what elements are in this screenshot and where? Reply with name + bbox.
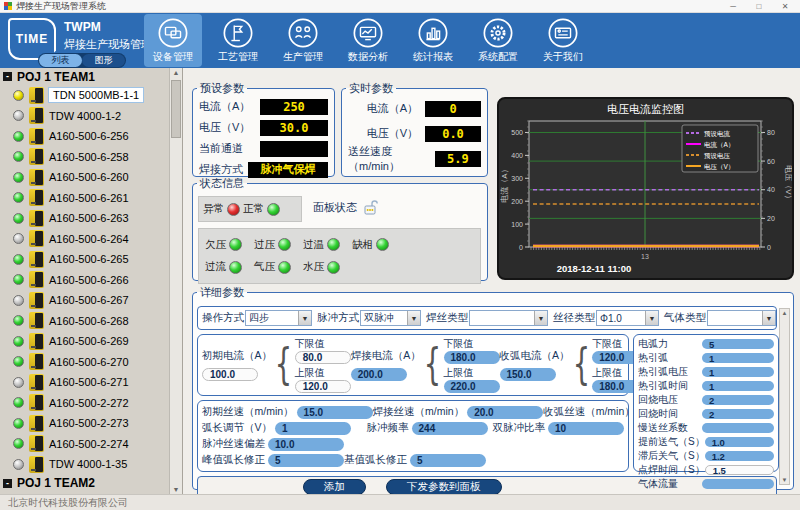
extra-param-field[interactable]: 1 [702, 367, 774, 378]
send-button[interactable]: 下发参数到面板 [386, 479, 502, 495]
tree-item-device[interactable]: A160-500-6-268 [0, 311, 169, 332]
view-list-button[interactable]: 列表 [39, 54, 82, 67]
preset-label: 电流（A） [199, 99, 250, 114]
speed-value-field[interactable]: 5 [410, 454, 486, 467]
extra-param-row: 滞后关气（S）1.2 [638, 449, 774, 463]
dropdown-select[interactable]: 四步▼ [245, 310, 312, 326]
extra-param-field[interactable]: 1.5 [705, 465, 774, 476]
nav-item-about[interactable]: 关于我们 [534, 14, 592, 67]
dropdown-select[interactable]: ▼ [469, 310, 548, 326]
tree-item-device[interactable]: A160-500-6-266 [0, 270, 169, 291]
dropdown-select[interactable]: 双脉冲▼ [360, 310, 421, 326]
lower-limit-field[interactable]: 80.0 [295, 351, 351, 364]
collapse-icon[interactable]: - [3, 479, 12, 488]
dropdown-select[interactable]: Φ1.0▼ [596, 310, 659, 326]
nav-item-analysis[interactable]: 数据分析 [339, 14, 397, 67]
extra-param-field[interactable] [702, 423, 774, 434]
extra-param-field[interactable]: 5 [702, 339, 774, 350]
extra-param-field[interactable]: 2 [702, 409, 774, 420]
nav-item-process[interactable]: 工艺管理 [209, 14, 267, 67]
nav-item-config[interactable]: 系统配置 [469, 14, 527, 67]
current-value-field[interactable]: 100.0 [202, 368, 258, 381]
current-value-field[interactable]: 200.0 [351, 368, 407, 381]
speed-value-field[interactable]: 244 [412, 422, 488, 435]
tree-item-device[interactable]: A160-500-6-267 [0, 290, 169, 311]
tree-item-device[interactable]: A160-500-6-256 [0, 126, 169, 147]
sidebar-scroll-thumb[interactable] [171, 80, 181, 138]
add-button[interactable]: 添加 [303, 479, 366, 495]
lower-limit-field[interactable]: 180.0 [444, 351, 500, 364]
upper-limit-field[interactable]: 220.0 [444, 380, 500, 393]
current-value-field[interactable]: 150.0 [500, 368, 556, 381]
speed-value-field[interactable]: 15.0 [297, 406, 373, 419]
status-led-item: 正常 [243, 202, 280, 216]
speed-value-field[interactable]: 1 [275, 422, 351, 435]
chevron-down-icon[interactable]: ▼ [407, 311, 420, 325]
brace-glyph: { [275, 346, 292, 384]
welder-icon [29, 292, 44, 309]
device-label: A160-500-6-265 [49, 253, 129, 265]
tree-item-device[interactable]: A160-500-2-273 [0, 413, 169, 434]
extra-param-row: 电弧力5 [638, 337, 774, 351]
tree-item-device[interactable]: A160-500-6-270 [0, 352, 169, 373]
extra-param-field[interactable] [702, 479, 774, 490]
tree-item-device[interactable]: A160-500-2-272 [0, 393, 169, 414]
tree-item-device[interactable]: A160-500-6-264 [0, 229, 169, 250]
realtime-panel: 实时参数 电流（A）0电压（V）0.0送丝速度（m/min）5.9 [341, 81, 488, 177]
device-status-led [13, 151, 24, 162]
scroll-up-icon[interactable]: ▲ [173, 69, 180, 76]
tree-item-device[interactable]: A160-500-6-265 [0, 249, 169, 270]
close-button[interactable]: ✕ [774, 2, 796, 11]
device-status-led [13, 336, 24, 347]
scroll-up-icon[interactable]: ▲ [782, 310, 788, 316]
tree-item-device[interactable]: TDN 5000MB-1-1 [0, 85, 169, 106]
current-settings-box: 初期电流（A）100.0{下限值80.0上限值120.0焊接电流（A）200.0… [197, 334, 629, 396]
nav-item-report[interactable]: 统计报表 [404, 14, 462, 67]
nav-item-equipment[interactable]: 设备管理 [144, 14, 202, 67]
extra-param-field[interactable]: 1.2 [705, 451, 774, 462]
tree-item-device[interactable]: A160-500-6-263 [0, 208, 169, 229]
extra-param-field[interactable]: 1.0 [705, 437, 774, 448]
minimize-button[interactable]: ─ [722, 2, 744, 11]
extra-param-field[interactable]: 2 [702, 395, 774, 406]
device-label: A160-500-6-270 [49, 356, 129, 368]
tree-item-device[interactable]: A160-500-6-261 [0, 188, 169, 209]
upper-limit-label: 上限值 [295, 366, 351, 380]
maximize-button[interactable]: □ [748, 2, 770, 11]
scroll-down-icon[interactable]: ▼ [173, 486, 180, 493]
tree-group-header[interactable]: -POJ 1 TEAM1 [0, 68, 169, 85]
extra-param-field[interactable]: 1 [702, 381, 774, 392]
chevron-down-icon[interactable]: ▼ [762, 311, 775, 325]
tree-item-device[interactable]: A160-500-6-269 [0, 331, 169, 352]
alarm-led [327, 238, 340, 251]
speed-value-field[interactable]: 10.0 [268, 438, 344, 451]
nav-item-production[interactable]: 生产管理 [274, 14, 332, 67]
left-axis-tick: 300 [511, 175, 523, 182]
welder-icon [29, 169, 44, 186]
dropdown-select[interactable]: ▼ [707, 310, 776, 326]
x-axis-tick-label: 13 [641, 253, 649, 260]
speed-value-field[interactable]: 20.0 [467, 406, 543, 419]
detail-scrollbar[interactable]: ▲▼ [779, 308, 790, 485]
extra-param-field[interactable]: 1 [702, 353, 774, 364]
scroll-down-icon[interactable]: ▼ [782, 477, 788, 483]
upper-limit-field[interactable]: 120.0 [295, 380, 351, 393]
chevron-down-icon[interactable]: ▼ [645, 311, 658, 325]
tree-item-device[interactable]: A160-500-6-260 [0, 167, 169, 188]
tree-item-device[interactable]: A160-500-6-271 [0, 372, 169, 393]
tree-group-header[interactable]: -POJ 1 TEAM2 [0, 475, 169, 492]
device-status-led [13, 172, 24, 183]
upper-limit-label: 上限值 [444, 366, 500, 380]
chevron-down-icon[interactable]: ▼ [298, 311, 311, 325]
alarm-led-item: 过流 [205, 260, 242, 274]
tree-item-device[interactable]: A160-500-6-258 [0, 147, 169, 168]
chevron-down-icon[interactable]: ▼ [534, 311, 547, 325]
collapse-icon[interactable]: - [3, 72, 12, 81]
speed-value-field[interactable]: 10 [548, 422, 624, 435]
tree-item-device[interactable]: TDW 4000-1-35 [0, 454, 169, 475]
speed-value-field[interactable]: 5 [268, 454, 344, 467]
view-graph-button[interactable]: 图形 [82, 54, 125, 67]
tree-item-device[interactable]: A160-500-2-274 [0, 434, 169, 455]
app-code: TWPM [64, 20, 101, 34]
tree-item-device[interactable]: TDW 4000-1-2 [0, 106, 169, 127]
